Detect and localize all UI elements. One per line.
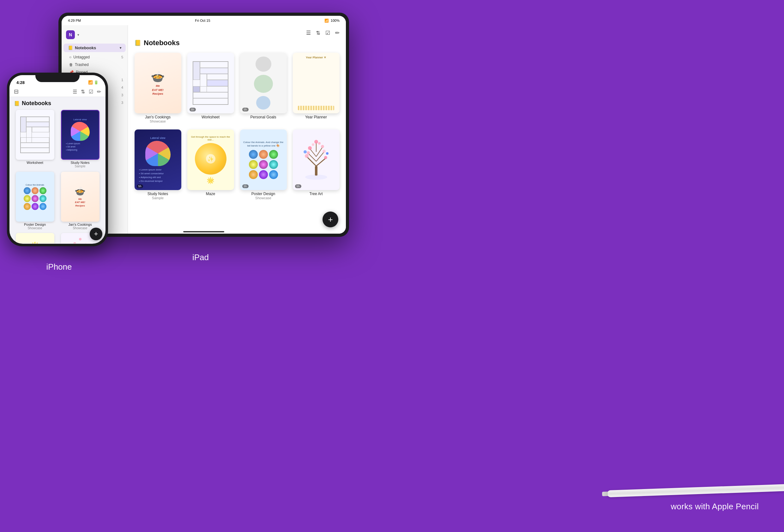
notebook-card-jans[interactable]: 🍲 MeEAT ME!Recipes Jan's Cookings Showca… bbox=[134, 53, 181, 124]
svg-point-13 bbox=[308, 146, 312, 150]
svg-point-9 bbox=[305, 154, 309, 158]
notebook-name-personal: Personal Goals bbox=[250, 115, 276, 119]
ipad-status-right: 📶 100% bbox=[325, 19, 340, 23]
iphone-notebooks-title: Notebooks bbox=[22, 100, 51, 107]
iphone-card-worksheet[interactable]: Worksheet bbox=[14, 110, 56, 169]
iphone-sidebar-icon[interactable]: ⊟ bbox=[14, 88, 19, 95]
notebook-card-year[interactable]: Year Planner ✕ Year Planner bbox=[292, 53, 340, 124]
svg-point-10 bbox=[324, 156, 327, 159]
notebook-name-year: Year Planner bbox=[305, 115, 327, 119]
iphone-card-name-poster: Poster Design bbox=[24, 223, 46, 226]
notebook-tag-jans: Showcase bbox=[150, 119, 166, 123]
recipes-count: 4 bbox=[121, 86, 123, 89]
untagged-label: Untagged bbox=[73, 55, 90, 59]
svg-point-25 bbox=[79, 238, 81, 241]
notebooks-sidebar-label: Notebooks bbox=[75, 46, 96, 50]
iphone-card-tag-poster: Showcase bbox=[27, 226, 42, 230]
svg-rect-1 bbox=[315, 166, 317, 176]
iphone-list-icon[interactable]: ☰ bbox=[73, 89, 77, 95]
iphone-edit-icon[interactable]: ✏ bbox=[97, 89, 101, 95]
iphone-device-label: iPhone bbox=[7, 262, 111, 272]
trashed-label: Trashed bbox=[75, 62, 89, 67]
battery-icon: 100% bbox=[331, 19, 340, 22]
iphone-card-jans[interactable]: 🍲 MeEAT ME!Recipes Jan's Cookings Showca… bbox=[59, 172, 101, 230]
notebook-card-worksheet[interactable]: 5h Worksheet bbox=[187, 53, 234, 124]
iphone-check-icon[interactable]: ☑ bbox=[89, 89, 93, 95]
notebook-name-jans: Jan's Cookings bbox=[145, 115, 171, 119]
svg-point-23 bbox=[73, 242, 76, 243]
notebooks-collapse-icon[interactable]: ▾ bbox=[120, 46, 121, 50]
iphone-card-maze[interactable]: 🌟 bbox=[14, 233, 56, 243]
notebook-name-poster: Poster Design bbox=[251, 191, 275, 196]
iphone-card-study[interactable]: Lateral view • Lorem ipsum• Sit amet• Ad… bbox=[59, 110, 101, 169]
apple-pencil bbox=[607, 484, 784, 497]
edit-pencil-icon[interactable]: ✏ bbox=[335, 30, 340, 36]
sort-icon[interactable]: ⇅ bbox=[316, 30, 320, 36]
svg-point-19 bbox=[326, 152, 329, 155]
svg-point-16 bbox=[312, 143, 314, 146]
ipad-home-indicator bbox=[183, 231, 224, 232]
svg-line-2 bbox=[307, 157, 316, 166]
showcase-count: 3 bbox=[121, 101, 123, 105]
main-toolbar: ☰ ⇅ ☑ ✏ bbox=[134, 30, 340, 36]
notebooks-main-icon: 📒 bbox=[134, 39, 141, 47]
iphone-card-name-study: Study Notes bbox=[71, 161, 90, 165]
iphone-sort-icon[interactable]: ⇅ bbox=[81, 89, 85, 95]
notebook-card-study[interactable]: Lateral view • Lorem ipsum dolor• Sit am… bbox=[134, 129, 181, 201]
notebooks-sidebar-icon: 📒 bbox=[68, 46, 73, 50]
svg-point-18 bbox=[304, 150, 307, 153]
app-dropdown-icon[interactable]: ▾ bbox=[77, 33, 79, 37]
svg-point-17 bbox=[318, 142, 320, 145]
notebook-name-study: Study Notes bbox=[147, 191, 168, 196]
untagged-count: 5 bbox=[121, 55, 123, 59]
svg-point-14 bbox=[321, 145, 324, 148]
iphone-time: 4:28 bbox=[17, 80, 25, 85]
app-logo: N bbox=[66, 30, 75, 39]
notebook-card-personal[interactable]: 5h Personal Goals bbox=[240, 53, 287, 124]
notebook-name-tree: Tree Art bbox=[309, 191, 323, 196]
svg-point-24 bbox=[85, 243, 87, 243]
notebook-name-maze: Maze bbox=[206, 191, 215, 196]
trash-icon: 🗑 bbox=[69, 62, 73, 67]
iphone-nav-icons: ☰ ⇅ ☑ ✏ bbox=[73, 89, 101, 95]
iphone-card-name-worksheet: Worksheet bbox=[27, 161, 43, 165]
notebooks-main-title: Notebooks bbox=[144, 39, 180, 47]
iphone-card-poster[interactable]: Colour the Animals bbox=[14, 172, 56, 230]
notebook-tag-poster: Showcase bbox=[255, 196, 271, 200]
iphone-add-button[interactable]: + bbox=[90, 228, 102, 240]
wifi-icon: 📶 bbox=[325, 19, 329, 23]
pencil-label: works with Apple Pencil bbox=[671, 502, 759, 511]
iphone-status-icons: 📶 🔋 bbox=[88, 80, 99, 85]
sidebar-item-trashed[interactable]: 🗑 Trashed bbox=[62, 61, 128, 68]
sidebar-item-untagged[interactable]: ○ Untagged 5 bbox=[62, 53, 128, 61]
iphone-card-tag-study: Sample bbox=[75, 165, 86, 168]
svg-point-15 bbox=[314, 140, 318, 144]
notebook-name-worksheet: Worksheet bbox=[201, 115, 220, 119]
list-view-icon[interactable]: ☰ bbox=[306, 30, 311, 36]
untagged-icon: ○ bbox=[69, 55, 72, 59]
sidebar-item-notebooks[interactable]: 📒 Notebooks ▾ bbox=[63, 43, 126, 52]
notebook-card-maze[interactable]: Get through the space to reach the star.… bbox=[187, 129, 234, 201]
ipad-add-button[interactable]: + bbox=[323, 211, 338, 227]
iphone-notch bbox=[35, 72, 80, 82]
select-icon[interactable]: ☑ bbox=[325, 30, 330, 36]
ipad-date: Fri Oct 15 bbox=[195, 19, 210, 22]
ipad-device-label: iPad bbox=[153, 253, 248, 262]
iphone-card-tag-jans: Showcase bbox=[73, 226, 87, 230]
svg-point-11 bbox=[307, 151, 310, 154]
notebook-card-tree[interactable]: 5h Tree Art bbox=[292, 129, 340, 201]
svg-line-6 bbox=[310, 149, 316, 157]
recipes-bowl-icon: 🍲 bbox=[151, 70, 165, 83]
ipad-time: 4:29 PM bbox=[68, 19, 81, 22]
svg-point-12 bbox=[323, 150, 326, 153]
iphone-card-name-jans: Jan's Cookings bbox=[68, 223, 92, 226]
iphone-notebooks-icon: 📒 bbox=[14, 101, 20, 107]
iphone-device: 4:28 📶 🔋 ⊟ ☰ ⇅ ☑ ✏ bbox=[7, 72, 111, 249]
notebook-tag-study: Sample bbox=[152, 196, 164, 200]
notebook-card-poster[interactable]: Colour the Animals. And change thetail b… bbox=[240, 129, 287, 201]
dish1-count: 1 bbox=[121, 78, 123, 82]
sample-count: 3 bbox=[121, 93, 123, 97]
